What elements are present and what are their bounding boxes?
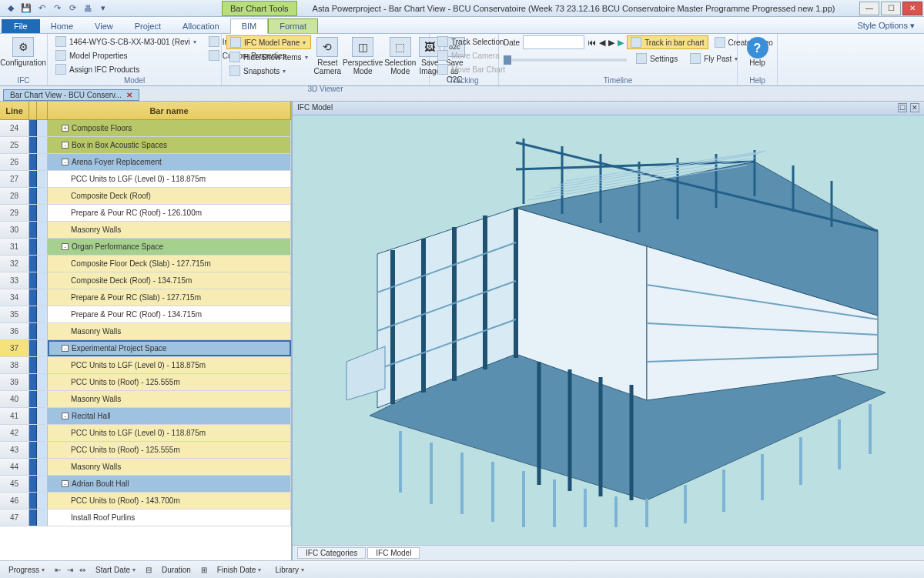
undo-icon[interactable]: ↶ (35, 2, 48, 15)
expand-toggle[interactable]: - (62, 480, 69, 487)
status-finish-icon[interactable]: ⊞ (201, 566, 207, 574)
status-next-icon[interactable]: ⇥ (67, 566, 73, 574)
task-name-cell[interactable]: PCC Units to LGF (Level 0) - 118.875m (48, 425, 291, 441)
close-button[interactable]: ✕ (902, 2, 922, 15)
task-row[interactable]: 46PCC Units to (Roof) - 143.700m (0, 493, 291, 510)
status-progress[interactable]: Progress (5, 565, 49, 575)
task-row[interactable]: 32Composite Floor Deck (Slab) - 127.715m (0, 256, 291, 272)
tab-allocation[interactable]: Allocation (172, 19, 230, 33)
status-prev-icon[interactable]: ⇤ (55, 566, 61, 574)
task-row[interactable]: 33Composite Deck (Roof) - 134.715m (0, 272, 291, 289)
date-input[interactable] (523, 35, 584, 49)
task-name-cell[interactable]: Composite Deck (Roof) - 134.715m (48, 272, 291, 289)
timeline-play-icon[interactable]: ▶ (618, 38, 624, 48)
status-library[interactable]: Library (271, 565, 308, 575)
task-row[interactable]: 24+Composite Floors (0, 120, 291, 137)
style-options[interactable]: Style Options ▾ (849, 18, 924, 33)
task-row[interactable]: 36Masonry Walls (0, 323, 291, 340)
ifc-model-pane-button[interactable]: IFC Model Pane (226, 35, 311, 49)
status-start-date[interactable]: Start Date (92, 565, 139, 575)
track-in-bar-button[interactable]: Track in bar chart (627, 35, 708, 49)
task-row[interactable]: 31-Organ Performance Space (0, 239, 291, 256)
task-row[interactable]: 47Install Roof Purlins (0, 510, 291, 526)
status-finish-date[interactable]: Finish Date (213, 565, 266, 575)
task-name-cell[interactable]: Composite Deck (Roof) (48, 188, 291, 204)
task-name-cell[interactable]: Prepare & Pour RC (Slab) - 127.715m (48, 289, 291, 306)
task-name-cell[interactable]: PCC Units to (Roof) - 125.555m (48, 374, 291, 390)
task-row[interactable]: 26-Arena Foyer Replacement (0, 154, 291, 171)
panel-maximize-icon[interactable]: ☐ (898, 103, 907, 112)
task-row[interactable]: 25-Box in Box Acoustic Spaces (0, 137, 291, 154)
status-link-icon[interactable]: ⇔ (79, 566, 85, 574)
task-name-cell[interactable]: -Adrian Boult Hall (48, 476, 291, 492)
tab-project[interactable]: Project (124, 19, 172, 33)
expand-toggle[interactable]: - (62, 243, 69, 250)
save-icon[interactable]: 💾 (20, 2, 32, 15)
task-row[interactable]: 27PCC Units to LGF (Level 0) - 118.875m (0, 171, 291, 188)
task-name-cell[interactable]: -Recital Hall (48, 408, 291, 424)
redo-icon[interactable]: ↷ (51, 2, 63, 15)
tab-ifc-model[interactable]: IFC Model (367, 547, 420, 559)
task-name-cell[interactable]: -Experimental Project Space (48, 340, 291, 356)
task-row[interactable]: 29Prepare & Pour RC (Roof) - 126.100m (0, 205, 291, 222)
print-icon[interactable]: 🖶 (82, 2, 94, 15)
timeline-first-icon[interactable]: ⏮ (588, 38, 596, 47)
task-row[interactable]: 43PCC Units to (Roof) - 125.555m (0, 442, 291, 459)
task-name-cell[interactable]: PCC Units to (Roof) - 143.700m (48, 493, 291, 509)
tab-bim[interactable]: BIM (230, 18, 269, 34)
task-row[interactable]: 41-Recital Hall (0, 408, 291, 425)
status-duration[interactable]: Duration (158, 565, 195, 575)
document-tab[interactable]: Bar Chart View - BCU Conserv... ✕ (3, 89, 139, 101)
reset-camera-button[interactable]: ⟲Reset Camera (314, 35, 342, 75)
fly-past-button[interactable]: Fly Past (687, 52, 741, 65)
task-name-cell[interactable]: PCC Units to LGF (Level 0) - 118.875m (48, 171, 291, 187)
minimize-button[interactable]: — (859, 2, 879, 15)
task-name-cell[interactable]: Prepare & Pour RC (Roof) - 126.100m (48, 205, 291, 221)
task-row[interactable]: 39PCC Units to (Roof) - 125.555m (0, 374, 291, 391)
track-selection-button[interactable]: Track Selection (434, 35, 508, 48)
task-row[interactable]: 37-Experimental Project Space (0, 340, 291, 357)
column-bar-name[interactable]: Bar name (48, 102, 291, 119)
snapshots-button[interactable]: Snapshots (226, 65, 311, 77)
close-tab-icon[interactable]: ✕ (126, 91, 132, 99)
task-name-cell[interactable]: Composite Floor Deck (Slab) - 127.715m (48, 256, 291, 272)
task-name-cell[interactable]: -Box in Box Acoustic Spaces (48, 137, 291, 153)
expand-toggle[interactable]: - (62, 345, 69, 352)
timeline-next-icon[interactable]: ▶ (608, 38, 614, 48)
task-row[interactable]: 34Prepare & Pour RC (Slab) - 127.715m (0, 289, 291, 306)
task-name-cell[interactable]: Masonry Walls (48, 391, 291, 407)
expand-toggle[interactable]: + (62, 125, 69, 132)
refresh-icon[interactable]: ⟳ (66, 2, 79, 15)
app-icon[interactable]: ◆ (5, 2, 17, 15)
task-name-cell[interactable]: -Organ Performance Space (48, 239, 291, 255)
assign-ifc-button[interactable]: Assign IFC Products (52, 63, 199, 75)
hide-show-button[interactable]: Hide/Show Items (226, 51, 311, 63)
model-dropdown[interactable]: 1464-WYG-S-CB-XX-M3-001 (Revi (52, 35, 199, 48)
task-row[interactable]: 30Masonry Walls (0, 222, 291, 239)
perspective-button[interactable]: ◫Perspective Mode (344, 35, 381, 75)
selection-mode-button[interactable]: ⬚Selection Mode (384, 35, 416, 75)
maximize-button[interactable]: ☐ (881, 2, 901, 15)
file-tab[interactable]: File (2, 19, 40, 33)
task-row[interactable]: 38PCC Units to LGF (Level 0) - 118.875m (0, 357, 291, 374)
help-button[interactable]: ?Help (742, 35, 772, 67)
task-name-cell[interactable]: -Arena Foyer Replacement (48, 154, 291, 170)
tab-view[interactable]: View (84, 19, 124, 33)
task-name-cell[interactable]: Prepare & Pour RC (Roof) - 134.715m (48, 306, 291, 322)
model-properties-button[interactable]: Model Properties (52, 49, 199, 62)
expand-toggle[interactable]: - (62, 159, 69, 165)
task-row[interactable]: 35Prepare & Pour RC (Roof) - 134.715m (0, 306, 291, 323)
tab-ifc-categories[interactable]: IFC Categories (297, 547, 366, 559)
panel-close-icon[interactable]: ✕ (910, 103, 919, 112)
task-name-cell[interactable]: +Composite Floors (48, 120, 291, 136)
task-name-cell[interactable]: PCC Units to LGF (Level 0) - 118.875m (48, 357, 291, 373)
task-row[interactable]: 45-Adrian Boult Hall (0, 476, 291, 493)
tab-format[interactable]: Format (268, 18, 318, 33)
task-name-cell[interactable]: Masonry Walls (48, 222, 291, 238)
ifc-3d-canvas[interactable] (293, 115, 924, 545)
task-row[interactable]: 40Masonry Walls (0, 391, 291, 408)
task-name-cell[interactable]: PCC Units to (Roof) - 125.555m (48, 442, 291, 458)
timeline-slider[interactable] (504, 58, 627, 62)
task-row[interactable]: 42PCC Units to LGF (Level 0) - 118.875m (0, 425, 291, 442)
task-name-cell[interactable]: Install Roof Purlins (48, 510, 291, 526)
